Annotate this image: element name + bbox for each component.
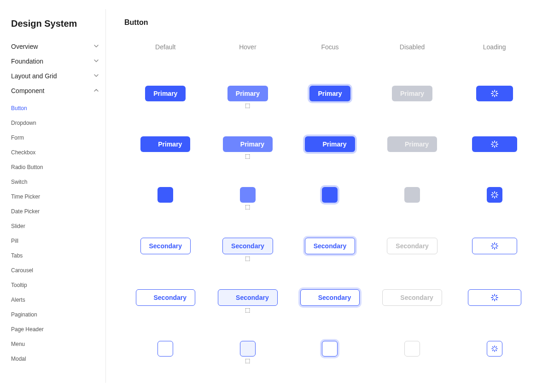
primary-icononly-loading[interactable] <box>487 187 502 203</box>
plus-icon <box>145 294 151 301</box>
primary-icon-button-disabled: Primary <box>387 136 437 152</box>
button-label: Secondary <box>154 294 187 301</box>
primary-icon-button-loading[interactable] <box>472 136 517 152</box>
col-header-hover: Hover <box>239 43 256 51</box>
plus-icon <box>231 141 238 147</box>
secondary-icononly-focus[interactable] <box>322 341 338 357</box>
nav-item-pagination[interactable]: Pagination <box>9 307 101 322</box>
nav-item-form[interactable]: Form <box>9 130 101 145</box>
plus-icon <box>162 192 169 198</box>
chevron-down-icon <box>93 43 99 50</box>
secondary-icon-button-hover[interactable]: Secondary <box>218 289 278 306</box>
nav-section-label: Foundation <box>11 58 43 65</box>
cursor-icon: ⬚ <box>245 153 250 159</box>
cursor-icon: ⬚ <box>245 357 250 364</box>
plus-icon <box>245 192 251 198</box>
spinner-icon <box>491 242 498 250</box>
page-title: Button <box>124 18 536 27</box>
plus-icon <box>409 345 415 352</box>
nav-component-children: Button Dropdown Form Checkbox Radio Butt… <box>9 101 101 366</box>
nav-item-alerts[interactable]: Alerts <box>9 293 101 307</box>
primary-button-hover[interactable]: Primary <box>227 86 268 101</box>
nav-item-time-picker[interactable]: Time Picker <box>9 189 101 204</box>
primary-icononly-default[interactable] <box>157 187 173 203</box>
nav-item-pill[interactable]: Pill <box>9 234 101 248</box>
sidebar-title: Design System <box>9 18 101 29</box>
primary-icononly-disabled <box>404 187 420 203</box>
nav-item-radio[interactable]: Radio Button <box>9 160 101 175</box>
nav-item-carousel[interactable]: Carousel <box>9 263 101 278</box>
plus-icon <box>245 345 251 352</box>
plus-icon <box>313 141 320 147</box>
nav-section-label: Overview <box>11 43 38 50</box>
primary-icon-button-hover[interactable]: Primary <box>223 136 273 152</box>
nav-section-label: Component <box>11 87 44 94</box>
col-header-loading: Loading <box>483 43 506 51</box>
primary-button-focus[interactable]: Primary <box>309 86 350 101</box>
nav-item-dropdown[interactable]: Dropdown <box>9 116 101 130</box>
spinner-icon <box>491 191 498 199</box>
secondary-button-default[interactable]: Secondary <box>140 238 191 254</box>
secondary-icon-button-loading[interactable] <box>468 289 521 306</box>
plus-icon <box>227 294 233 301</box>
nav-section-component[interactable]: Component <box>9 83 101 98</box>
spinner-icon <box>491 294 498 301</box>
nav-section-layout[interactable]: Layout and Grid <box>9 69 101 83</box>
chevron-down-icon <box>93 58 99 65</box>
secondary-icon-button-default[interactable]: Secondary <box>136 289 196 306</box>
nav-item-tabs[interactable]: Tabs <box>9 248 101 263</box>
nav-item-date-picker[interactable]: Date Picker <box>9 204 101 219</box>
secondary-icononly-loading[interactable] <box>487 341 502 357</box>
nav-item-modal[interactable]: Modal <box>9 351 101 366</box>
plus-icon <box>327 345 333 352</box>
nav-item-checkbox[interactable]: Checkbox <box>9 145 101 160</box>
plus-icon <box>409 192 415 198</box>
secondary-icononly-default[interactable] <box>157 341 173 357</box>
nav-item-button[interactable]: Button <box>9 101 101 116</box>
button-label: Secondary <box>318 294 351 301</box>
sidebar: Design System Overview Foundation Layout… <box>9 9 106 383</box>
secondary-button-disabled: Secondary <box>387 238 437 254</box>
button-label: Secondary <box>236 294 269 301</box>
col-header-focus: Focus <box>321 43 338 51</box>
secondary-icononly-hover[interactable] <box>240 341 256 357</box>
cursor-icon: ⬚ <box>245 204 250 210</box>
primary-icon-button-default[interactable]: Primary <box>140 136 190 152</box>
plus-icon <box>391 294 397 301</box>
nav-item-page-header[interactable]: Page Header <box>9 322 101 337</box>
button-label: Secondary <box>400 294 433 301</box>
col-header-disabled: Disabled <box>400 43 425 51</box>
spinner-icon <box>491 140 498 148</box>
button-states-grid: Default Hover Focus Disabled Loading Pri… <box>124 43 536 357</box>
button-label: Primary <box>405 140 429 148</box>
plus-icon <box>309 294 315 301</box>
col-header-default: Default <box>155 43 175 51</box>
plus-icon <box>149 141 155 147</box>
secondary-button-loading[interactable] <box>472 238 517 254</box>
chevron-down-icon <box>93 72 99 80</box>
primary-button-disabled: Primary <box>392 86 432 101</box>
primary-icononly-hover[interactable] <box>240 187 256 203</box>
main-content: Button Default Hover Focus Disabled Load… <box>106 9 545 383</box>
nav-section-foundation[interactable]: Foundation <box>9 54 101 69</box>
nav-item-tooltip[interactable]: Tooltip <box>9 278 101 293</box>
plus-icon <box>396 141 402 147</box>
cursor-icon: ⬚ <box>245 255 250 262</box>
secondary-button-focus[interactable]: Secondary <box>305 238 356 254</box>
secondary-icon-button-focus[interactable]: Secondary <box>300 289 360 306</box>
nav-item-slider[interactable]: Slider <box>9 219 101 234</box>
plus-icon <box>162 345 169 352</box>
chevron-up-icon <box>93 87 99 94</box>
primary-button-default[interactable]: Primary <box>145 86 186 101</box>
secondary-icon-button-disabled: Secondary <box>382 289 442 306</box>
nav-section-overview[interactable]: Overview <box>9 39 101 54</box>
primary-button-loading[interactable] <box>476 86 513 101</box>
plus-icon <box>327 192 333 198</box>
primary-icononly-focus[interactable] <box>322 187 338 203</box>
nav-item-switch[interactable]: Switch <box>9 175 101 189</box>
secondary-button-hover[interactable]: Secondary <box>222 238 273 254</box>
cursor-icon: ⬚ <box>245 307 250 313</box>
primary-icon-button-focus[interactable]: Primary <box>305 136 355 152</box>
nav-item-menu[interactable]: Menu <box>9 337 101 351</box>
button-label: Primary <box>322 140 346 148</box>
